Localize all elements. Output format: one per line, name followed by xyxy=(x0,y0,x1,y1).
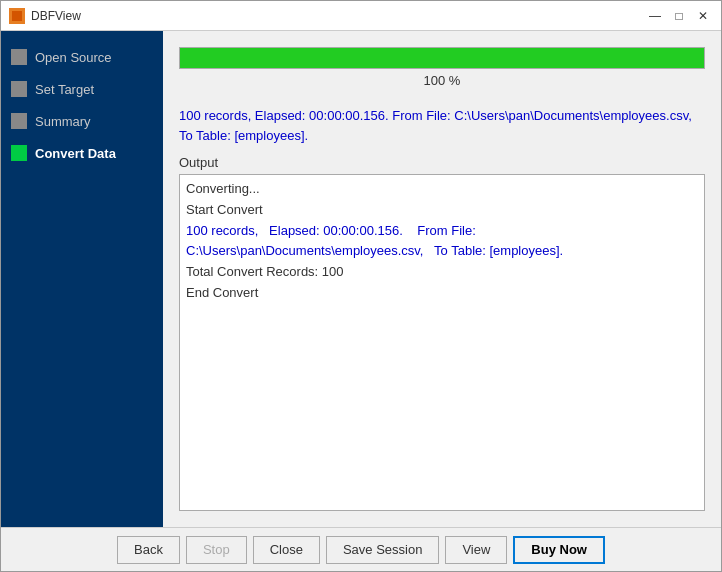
minimize-button[interactable]: — xyxy=(645,6,665,26)
progress-bar-fill xyxy=(180,48,704,68)
set-target-icon xyxy=(11,81,27,97)
sidebar-item-convert-data[interactable]: Convert Data xyxy=(1,137,163,169)
output-box[interactable]: Converting... Start Convert 100 records,… xyxy=(179,174,705,511)
summary-icon xyxy=(11,113,27,129)
output-label: Output xyxy=(179,155,705,170)
title-bar-controls: — □ ✕ xyxy=(645,6,713,26)
sidebar-item-open-source[interactable]: Open Source xyxy=(1,41,163,73)
main-window: DBFView — □ ✕ Open Source Set Target Sum… xyxy=(0,0,722,572)
title-bar-left: DBFView xyxy=(9,8,81,24)
footer: Back Stop Close Save Session View Buy No… xyxy=(1,527,721,571)
sidebar-item-open-source-label: Open Source xyxy=(35,50,112,65)
back-button[interactable]: Back xyxy=(117,536,180,564)
convert-data-icon xyxy=(11,145,27,161)
sidebar: Open Source Set Target Summary Convert D… xyxy=(1,31,163,527)
close-button[interactable]: Close xyxy=(253,536,320,564)
title-bar: DBFView — □ ✕ xyxy=(1,1,721,31)
stop-button: Stop xyxy=(186,536,247,564)
maximize-button[interactable]: □ xyxy=(669,6,689,26)
output-line-5: End Convert xyxy=(186,283,698,304)
sidebar-item-summary-label: Summary xyxy=(35,114,91,129)
main-content: Open Source Set Target Summary Convert D… xyxy=(1,31,721,527)
right-panel: 100 % 100 records, Elapsed: 00:00:00.156… xyxy=(163,31,721,527)
save-session-button[interactable]: Save Session xyxy=(326,536,440,564)
output-line-4: Total Convert Records: 100 xyxy=(186,262,698,283)
window-title: DBFView xyxy=(31,9,81,23)
progress-bar-container xyxy=(179,47,705,69)
sidebar-item-set-target-label: Set Target xyxy=(35,82,94,97)
sidebar-item-set-target[interactable]: Set Target xyxy=(1,73,163,105)
app-icon xyxy=(9,8,25,24)
sidebar-item-convert-data-label: Convert Data xyxy=(35,146,116,161)
output-line-3: 100 records, Elapsed: 00:00:00.156. From… xyxy=(186,221,698,263)
progress-section: 100 % xyxy=(179,47,705,96)
open-source-icon xyxy=(11,49,27,65)
progress-percent: 100 % xyxy=(179,73,705,88)
sidebar-item-summary[interactable]: Summary xyxy=(1,105,163,137)
window-close-button[interactable]: ✕ xyxy=(693,6,713,26)
buy-now-button[interactable]: Buy Now xyxy=(513,536,605,564)
output-line-2: Start Convert xyxy=(186,200,698,221)
view-button[interactable]: View xyxy=(445,536,507,564)
output-line-1: Converting... xyxy=(186,179,698,200)
status-text: 100 records, Elapsed: 00:00:00.156. From… xyxy=(179,106,705,145)
output-section: Output Converting... Start Convert 100 r… xyxy=(179,155,705,511)
